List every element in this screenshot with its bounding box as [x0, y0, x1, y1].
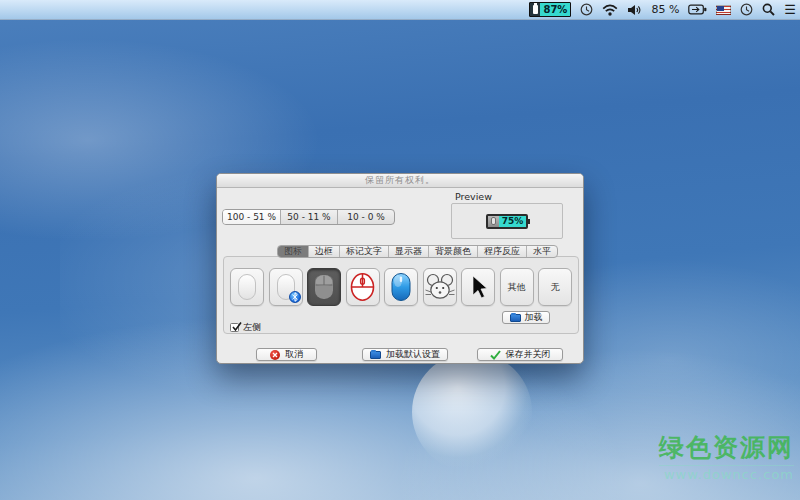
left-side-checkbox-label: 左侧 [243, 321, 261, 334]
none-label: 无 [551, 281, 560, 294]
preview-battery-percent: 75% [499, 216, 527, 227]
left-side-checkbox-row: 左侧 [230, 321, 261, 334]
icon-option-cartoon-mouse[interactable] [423, 268, 457, 306]
load-button[interactable]: 加载 [502, 311, 550, 324]
battery-menu-percent[interactable]: 85 % [651, 3, 679, 16]
input-language-flag-icon[interactable] [716, 5, 731, 15]
battery-charging-icon[interactable] [688, 4, 707, 15]
cancel-x-icon [270, 350, 280, 360]
segment-100-51[interactable]: 100 - 51 % [223, 210, 280, 224]
folder-icon [370, 351, 381, 359]
red-mouse-icon [349, 272, 376, 302]
tab-app-reaction[interactable]: 程序反应 [477, 246, 526, 257]
volume-icon[interactable] [627, 4, 642, 16]
icon-option-cursor-arrow[interactable] [461, 268, 495, 306]
settings-tabstrip: 图标 边框 标记文字 显示器 背景颜色 程序反应 水平 [277, 245, 558, 258]
icon-option-dark-mouse-selected[interactable] [307, 268, 341, 306]
load-defaults-button[interactable]: 加载默认设置 [362, 348, 448, 361]
left-side-checkbox[interactable] [230, 323, 239, 332]
watermark: 绿色资源网 www.downcc.com [659, 431, 794, 482]
segment-50-11[interactable]: 50 - 11 % [280, 210, 337, 224]
time-machine-clock-icon[interactable] [740, 3, 753, 16]
battery-range-segmented-control: 100 - 51 % 50 - 11 % 10 - 0 % [222, 209, 395, 225]
icon-option-white-mouse[interactable] [230, 268, 264, 306]
clock-icon[interactable] [580, 3, 593, 16]
cancel-button-label: 取消 [285, 348, 303, 361]
cancel-button[interactable]: 取消 [256, 348, 317, 361]
load-button-label: 加载 [525, 311, 543, 324]
save-and-close-button[interactable]: 保存并关闭 [477, 348, 563, 361]
battery-percent-value: 87% [540, 3, 570, 16]
load-defaults-label: 加载默认设置 [386, 348, 440, 361]
other-label: 其他 [508, 281, 526, 294]
menubar: 87% 85 % ☰ [0, 0, 800, 20]
dark-mouse-icon [314, 274, 334, 300]
cartoon-mouse-icon [425, 273, 455, 301]
battery-percent-widget[interactable]: 87% [529, 2, 571, 17]
preview-box: 75% [451, 203, 563, 239]
bluetooth-icon [289, 291, 301, 303]
preview-label: Preview [455, 191, 492, 202]
spotlight-search-icon[interactable] [762, 3, 775, 16]
tab-display[interactable]: 显示器 [388, 246, 428, 257]
blue-mouse-icon [390, 272, 412, 302]
settings-dialog: 保留所有权利。 100 - 51 % 50 - 11 % 10 - 0 % Pr… [216, 173, 584, 364]
mouse-icon-row: 其他 无 [230, 268, 572, 306]
checkmark-icon [231, 321, 243, 333]
green-check-icon [490, 350, 501, 360]
dialog-title: 保留所有权利。 [365, 174, 435, 187]
moon [412, 352, 532, 472]
folder-icon [510, 314, 521, 322]
icon-option-other[interactable]: 其他 [500, 268, 534, 306]
watermark-site-name: 绿色资源网 [659, 431, 794, 464]
save-close-label: 保存并关闭 [506, 348, 551, 361]
preview-mouse-icon [488, 216, 499, 227]
wifi-icon[interactable] [602, 4, 618, 16]
tab-border[interactable]: 边框 [308, 246, 339, 257]
icon-option-none[interactable]: 无 [538, 268, 572, 306]
cursor-arrow-icon [468, 274, 488, 300]
notification-list-icon[interactable]: ☰ [784, 3, 796, 16]
tab-level[interactable]: 水平 [526, 246, 557, 257]
watermark-site-url: www.downcc.com [659, 465, 794, 482]
battery-icon [530, 3, 540, 16]
icon-option-bluetooth-mouse[interactable] [269, 268, 303, 306]
preview-battery-indicator: 75% [486, 214, 529, 229]
dialog-titlebar[interactable]: 保留所有权利。 [217, 174, 583, 188]
segment-10-0[interactable]: 10 - 0 % [337, 210, 394, 224]
tab-label-text[interactable]: 标记文字 [339, 246, 388, 257]
white-mouse-icon [237, 273, 257, 301]
icon-options-well: 其他 无 加载 左侧 [223, 256, 579, 334]
icon-option-red-outline-mouse[interactable] [346, 268, 380, 306]
icon-option-blue-mouse[interactable] [384, 268, 418, 306]
tab-background-color[interactable]: 背景颜色 [428, 246, 477, 257]
tab-icon[interactable]: 图标 [278, 246, 308, 257]
